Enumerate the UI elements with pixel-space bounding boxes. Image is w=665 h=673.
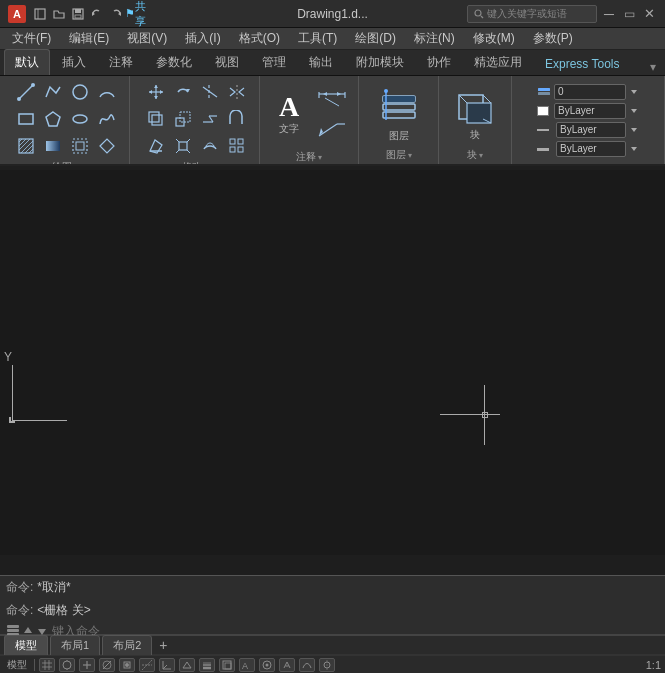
tool-boundary[interactable] xyxy=(66,132,94,160)
tool-stretch[interactable] xyxy=(196,105,224,133)
block-group-expand[interactable]: ▾ xyxy=(479,151,483,160)
tool-erase[interactable] xyxy=(142,132,170,160)
menu-params[interactable]: 参数(P) xyxy=(525,28,581,49)
lineweight-dropdown-arrow[interactable] xyxy=(629,144,639,154)
status-snap[interactable] xyxy=(59,658,75,672)
svg-rect-13 xyxy=(19,114,33,124)
status-annscale[interactable]: A xyxy=(239,658,255,672)
layout-tab-2[interactable]: 布局2 xyxy=(102,635,152,656)
menu-edit[interactable]: 编辑(E) xyxy=(61,28,117,49)
lineweight-icon xyxy=(537,148,549,151)
layers-group-expand[interactable]: ▾ xyxy=(408,151,412,160)
tool-polyline[interactable] xyxy=(39,78,67,106)
tab-manage[interactable]: 管理 xyxy=(251,49,297,75)
redo-button[interactable] xyxy=(108,6,124,22)
tool-explode[interactable] xyxy=(169,132,197,160)
menu-format[interactable]: 格式(O) xyxy=(231,28,288,49)
linetype-dropdown-arrow[interactable] xyxy=(629,125,639,135)
status-workspace[interactable] xyxy=(259,658,275,672)
status-otrack[interactable] xyxy=(139,658,155,672)
share-button[interactable]: ⚑ 共享 xyxy=(127,6,143,22)
layout-tab-1[interactable]: 布局1 xyxy=(50,635,100,656)
tab-addons[interactable]: 附加模块 xyxy=(345,49,415,75)
tool-move[interactable] xyxy=(142,78,170,106)
tool-trim[interactable] xyxy=(196,78,224,106)
tool-leader[interactable] xyxy=(314,115,350,141)
status-dyn[interactable] xyxy=(179,658,195,672)
draw-tools xyxy=(12,80,117,158)
layout-tab-model[interactable]: 模型 xyxy=(4,635,48,656)
menu-dimension[interactable]: 标注(N) xyxy=(406,28,463,49)
maximize-button[interactable]: ▭ xyxy=(621,6,637,22)
tool-text[interactable]: A 文字 xyxy=(268,84,310,144)
layer-dropdown-arrow[interactable] xyxy=(629,87,639,97)
status-perf[interactable] xyxy=(299,658,315,672)
new-button[interactable] xyxy=(32,6,48,22)
status-ortho[interactable] xyxy=(79,658,95,672)
tab-view[interactable]: 视图 xyxy=(204,49,250,75)
open-button[interactable] xyxy=(51,6,67,22)
status-polar[interactable] xyxy=(99,658,115,672)
tab-collaborate[interactable]: 协作 xyxy=(416,49,462,75)
status-osnap[interactable] xyxy=(119,658,135,672)
tool-fillet[interactable] xyxy=(223,105,251,133)
status-isolate[interactable] xyxy=(319,658,335,672)
tab-featured[interactable]: 精选应用 xyxy=(463,49,533,75)
linetype-selector[interactable]: ByLayer xyxy=(556,122,626,138)
add-layout-button[interactable]: + xyxy=(154,637,172,653)
status-grid[interactable] xyxy=(39,658,55,672)
tool-hatch[interactable] xyxy=(12,132,40,160)
tab-parametric[interactable]: 参数化 xyxy=(145,49,203,75)
status-model[interactable]: 模型 xyxy=(4,658,30,672)
close-button[interactable]: ✕ xyxy=(641,6,657,22)
search-box[interactable]: 键入关键字或短语 xyxy=(467,5,597,23)
tool-dimension[interactable] xyxy=(314,87,350,113)
tool-arc[interactable] xyxy=(93,78,121,106)
menu-draw[interactable]: 绘图(D) xyxy=(347,28,404,49)
properties-group-expand[interactable]: ▾ xyxy=(597,166,601,167)
status-lweight[interactable] xyxy=(199,658,215,672)
color-selector[interactable]: ByLayer xyxy=(554,103,626,119)
tool-rect[interactable] xyxy=(12,105,40,133)
menu-tools[interactable]: 工具(T) xyxy=(290,28,345,49)
tool-scale[interactable] xyxy=(169,105,197,133)
tab-output[interactable]: 输出 xyxy=(298,49,344,75)
tool-line[interactable] xyxy=(12,78,40,106)
tool-mirror[interactable] xyxy=(223,78,251,106)
tool-block[interactable]: 块 xyxy=(447,84,503,142)
tool-ellipse[interactable] xyxy=(66,105,94,133)
tool-offset[interactable] xyxy=(196,132,224,160)
tool-copy[interactable] xyxy=(142,105,170,133)
tool-rotate[interactable] xyxy=(169,78,197,106)
app-logo[interactable]: A xyxy=(8,5,26,23)
lineweight-selector[interactable]: ByLayer xyxy=(556,141,626,157)
tool-gradient[interactable] xyxy=(39,132,67,160)
save-button[interactable] xyxy=(70,6,86,22)
canvas-area[interactable]: Y xyxy=(0,170,665,555)
layer-selector[interactable]: 0 xyxy=(554,84,626,100)
tool-circle[interactable] xyxy=(66,78,94,106)
menu-insert[interactable]: 插入(I) xyxy=(177,28,228,49)
tab-express-tools[interactable]: Express Tools xyxy=(534,52,630,75)
undo-button[interactable] xyxy=(89,6,105,22)
minimize-button[interactable]: ─ xyxy=(601,6,617,22)
tool-region[interactable] xyxy=(93,132,121,160)
tab-annotation[interactable]: 注释 xyxy=(98,49,144,75)
status-tmodel[interactable] xyxy=(219,658,235,672)
tool-layer[interactable]: 图层 xyxy=(370,84,428,142)
tool-spline[interactable] xyxy=(93,105,121,133)
status-units[interactable] xyxy=(279,658,295,672)
ribbon-collapse-button[interactable]: ▾ xyxy=(645,59,661,75)
tool-polygon[interactable] xyxy=(39,105,67,133)
menu-view[interactable]: 视图(V) xyxy=(119,28,175,49)
color-dropdown-arrow[interactable] xyxy=(629,106,639,116)
tool-array[interactable] xyxy=(223,132,251,160)
draw-group-expand[interactable]: ▾ xyxy=(74,163,78,167)
annotation-group-expand[interactable]: ▾ xyxy=(318,153,322,162)
tab-default[interactable]: 默认 xyxy=(4,49,50,75)
status-ducs[interactable] xyxy=(159,658,175,672)
menu-file[interactable]: 文件(F) xyxy=(4,28,59,49)
modify-group-expand[interactable]: ▾ xyxy=(204,163,208,167)
tab-insert[interactable]: 插入 xyxy=(51,49,97,75)
menu-modify[interactable]: 修改(M) xyxy=(465,28,523,49)
